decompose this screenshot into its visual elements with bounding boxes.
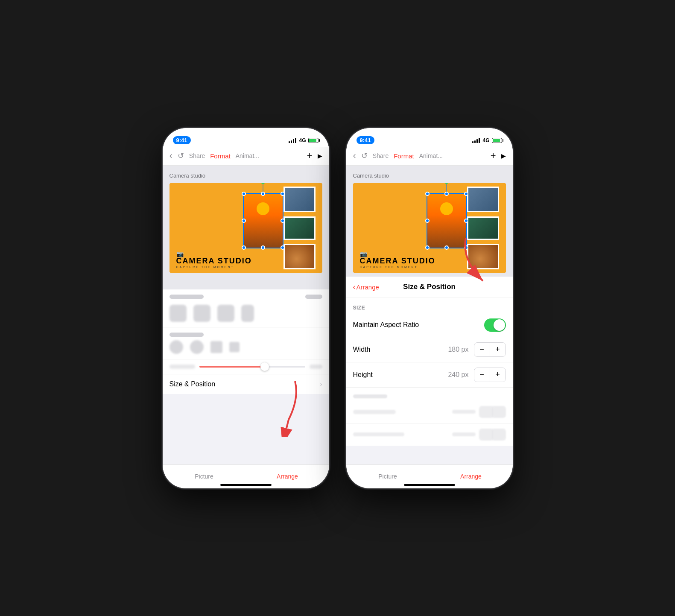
- studio-subtitle-right: CAPTURE THE MOMENT: [360, 266, 435, 269]
- sp-aspect-ratio-label: Maintain Aspect Ratio: [353, 321, 484, 329]
- undo-button-right[interactable]: ↺: [361, 151, 368, 161]
- sp-width-value: 180 px: [448, 346, 468, 353]
- tab-picture-right[interactable]: Picture: [346, 470, 430, 483]
- width-stepper[interactable]: − +: [474, 342, 506, 357]
- canvas-left[interactable]: 📷 CAMERA STUDIO CAPTURE THE MOMENT: [169, 183, 322, 273]
- format-tab-right[interactable]: Format: [394, 152, 414, 160]
- sp-aspect-ratio-row: Maintain Aspect Ratio: [346, 313, 513, 337]
- sp-blurred-row-2: [346, 423, 513, 446]
- height-increment-btn[interactable]: +: [490, 368, 506, 382]
- rotation-row-left: [163, 359, 329, 374]
- tab-arrange-right[interactable]: Arrange: [430, 470, 513, 483]
- back-button-right[interactable]: ‹: [353, 150, 356, 161]
- sp-height-label: Height: [353, 371, 448, 379]
- sp-size-section: SIZE: [346, 298, 513, 313]
- canvas-area-left: Camera studio 📷 CAMERA STUDIO CAPTURE TH…: [163, 166, 329, 289]
- share-button-left[interactable]: Share: [189, 152, 205, 159]
- add-button-right[interactable]: +: [491, 150, 496, 161]
- blurred-row-2: [163, 327, 329, 359]
- status-bar-left: 9:41 4G: [163, 128, 329, 147]
- studio-subtitle-left: CAPTURE THE MOMENT: [176, 266, 252, 269]
- time-left: 9:41: [173, 136, 191, 144]
- sp-width-label: Width: [353, 346, 448, 353]
- home-indicator-left: [220, 484, 272, 486]
- width-decrement-btn[interactable]: −: [474, 343, 490, 356]
- aspect-ratio-toggle[interactable]: [484, 318, 506, 332]
- chevron-right-left: ›: [320, 380, 322, 388]
- phone-left: 9:41 4G ‹ ↺ Share Format Animat...: [163, 128, 329, 488]
- animate-tab-right[interactable]: Animat...: [419, 152, 443, 159]
- sp-back-label: Arrange: [356, 283, 379, 291]
- signal-icon-left: [289, 138, 296, 143]
- sp-back-button[interactable]: ‹ Arrange: [353, 283, 379, 292]
- add-button-left[interactable]: +: [307, 150, 313, 161]
- canvas-area-right: Camera studio 📷 CAMERA STUDIO CAPTURE TH…: [346, 166, 513, 277]
- canvas-label-right: Camera studio: [353, 172, 506, 179]
- canvas-right[interactable]: 📷 CAMERA STUDIO CAPTURE THE MOMENT: [353, 183, 506, 273]
- share-button-right[interactable]: Share: [373, 152, 389, 159]
- sp-header: ‹ Arrange Size & Position: [346, 277, 513, 298]
- sp-blurred-section: [346, 388, 513, 401]
- sp-width-row: Width 180 px − +: [346, 337, 513, 362]
- battery-left: [308, 138, 319, 143]
- play-button-left[interactable]: ▶: [318, 152, 322, 159]
- bottom-panel-left: Size & Position ›: [163, 289, 329, 394]
- signal-icon-right: [472, 138, 480, 143]
- nav-bar-left: ‹ ↺ Share Format Animat... + ▶: [163, 147, 329, 166]
- network-left: 4G: [299, 137, 306, 143]
- size-position-label-left: Size & Position: [169, 380, 216, 388]
- studio-title-right: CAMERA STUDIO: [360, 257, 435, 266]
- sp-blurred-row-1: [346, 401, 513, 423]
- tab-arrange-left[interactable]: Arrange: [246, 470, 329, 483]
- width-increment-btn[interactable]: +: [490, 343, 506, 356]
- network-right: 4G: [482, 137, 489, 143]
- nav-bar-right: ‹ ↺ Share Format Animat... + ▶: [346, 147, 513, 166]
- size-position-panel: ‹ Arrange Size & Position SIZE Maintain …: [346, 277, 513, 446]
- blurred-row-1: [163, 289, 329, 327]
- phone-right: 9:41 4G ‹ ↺ Share Format Animat...: [346, 128, 513, 488]
- size-position-row-left[interactable]: Size & Position ›: [163, 374, 329, 394]
- sp-height-value: 240 px: [448, 371, 468, 379]
- canvas-label-left: Camera studio: [169, 172, 322, 179]
- tab-picture-left[interactable]: Picture: [163, 470, 246, 483]
- undo-button-left[interactable]: ↺: [178, 151, 184, 161]
- height-stepper[interactable]: − +: [474, 368, 506, 382]
- red-arrow-left: [269, 381, 304, 437]
- toggle-knob: [494, 319, 505, 331]
- animate-tab-left[interactable]: Animat...: [236, 152, 259, 159]
- play-button-right[interactable]: ▶: [501, 152, 506, 159]
- studio-title-left: CAMERA STUDIO: [176, 257, 252, 266]
- back-button-left[interactable]: ‹: [169, 150, 172, 161]
- time-right: 9:41: [356, 136, 374, 144]
- battery-right: [492, 138, 502, 143]
- format-tab-left[interactable]: Format: [210, 152, 231, 160]
- height-decrement-btn[interactable]: −: [474, 368, 490, 382]
- sp-height-row: Height 240 px − +: [346, 362, 513, 388]
- home-indicator-right: [404, 484, 455, 486]
- sp-title: Size & Position: [403, 283, 456, 291]
- status-bar-right: 9:41 4G: [346, 128, 513, 147]
